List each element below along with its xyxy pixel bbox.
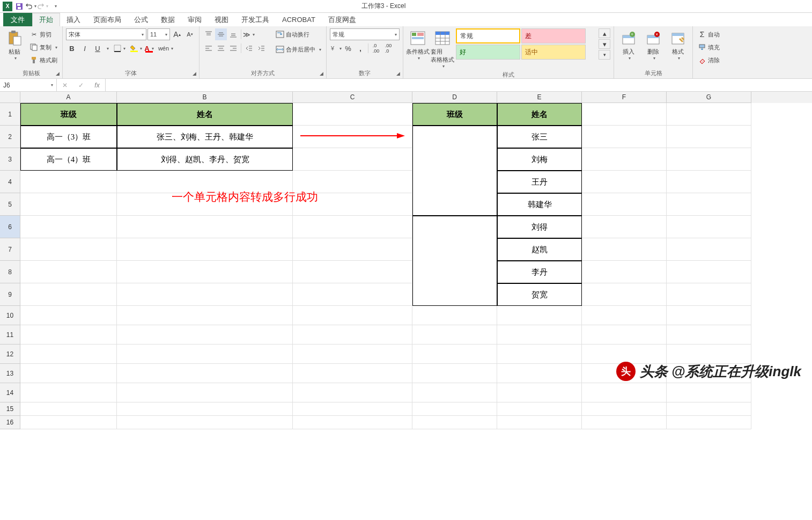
col-header-B[interactable]: B (117, 92, 293, 103)
cell-E9[interactable]: 贺宽 (497, 283, 582, 306)
merge-center-button[interactable]: 合并后居中▾ (274, 43, 323, 55)
clipboard-launcher[interactable]: ◢ (54, 70, 61, 77)
cell-F1[interactable] (582, 103, 667, 126)
copy-button[interactable]: 复制▾ (28, 41, 59, 53)
cell-E5[interactable]: 韩建华 (497, 193, 582, 216)
cell-B2[interactable]: 张三、刘梅、王丹、韩建华 (117, 126, 293, 148)
cell-G12[interactable] (667, 345, 751, 364)
row-header-4[interactable]: 4 (0, 171, 20, 193)
cell-D13[interactable] (412, 364, 497, 383)
cell-E4[interactable]: 王丹 (497, 171, 582, 193)
cell-E2[interactable]: 张三 (497, 126, 582, 148)
style-good[interactable]: 好 (456, 45, 520, 60)
font-name-combo[interactable]: 宋体▾ (66, 28, 146, 40)
cell-A8[interactable] (20, 261, 117, 283)
cell-B6[interactable] (117, 216, 293, 238)
cell-F14[interactable] (582, 383, 667, 402)
cell-C9[interactable] (293, 283, 412, 306)
cell-E15[interactable] (497, 402, 582, 416)
cell-styles-gallery[interactable]: 常规 差 好 适中 (456, 28, 595, 60)
cell-A16[interactable] (20, 416, 117, 429)
alignment-launcher[interactable]: ◢ (318, 70, 325, 77)
cell-B15[interactable] (117, 402, 293, 416)
cell-F5[interactable] (582, 193, 667, 216)
row-header-16[interactable]: 16 (0, 416, 20, 429)
fill-button[interactable]: 填充 (696, 41, 721, 53)
cell-E3[interactable]: 刘梅 (497, 148, 582, 171)
confirm-edit-icon[interactable]: ✓ (73, 82, 89, 89)
format-cells-button[interactable]: 格式▾ (667, 28, 689, 62)
col-header-C[interactable]: C (293, 92, 412, 103)
cell-A11[interactable] (20, 325, 117, 345)
insert-cells-button[interactable]: +插入▾ (617, 28, 640, 62)
row-header-11[interactable]: 11 (0, 325, 20, 345)
style-normal[interactable]: 常规 (456, 28, 520, 43)
decrease-font-icon[interactable]: A▾ (184, 28, 196, 40)
align-top-icon[interactable] (203, 28, 215, 40)
cell-D5[interactable] (412, 193, 497, 216)
cell-F2[interactable] (582, 126, 667, 148)
tab-baidu[interactable]: 百度网盘 (322, 13, 363, 26)
qat-customize-icon[interactable]: ▾ (49, 1, 60, 12)
format-as-table-button[interactable]: 套用 表格格式▾ (431, 28, 454, 70)
style-scroll-down-icon[interactable]: ▾ (599, 39, 610, 49)
conditional-format-button[interactable]: 条件格式▾ (407, 28, 429, 62)
row-header-5[interactable]: 5 (0, 193, 20, 216)
redo-icon[interactable]: ▾ (38, 1, 48, 12)
cell-D9[interactable] (412, 283, 497, 306)
row-header-8[interactable]: 8 (0, 261, 20, 283)
percent-format-icon[interactable]: % (342, 42, 354, 54)
increase-indent-icon[interactable] (255, 42, 267, 54)
cut-button[interactable]: ✂剪切 (28, 28, 59, 40)
col-header-D[interactable]: D (412, 92, 497, 103)
font-size-combo[interactable]: 11▾ (147, 28, 170, 40)
tab-view[interactable]: 视图 (208, 13, 235, 26)
cell-E12[interactable] (497, 345, 582, 364)
cell-F9[interactable] (582, 283, 667, 306)
cell-B11[interactable] (117, 325, 293, 345)
cell-A9[interactable] (20, 283, 117, 306)
row-header-14[interactable]: 14 (0, 383, 20, 402)
cell-G4[interactable] (667, 171, 751, 193)
cell-F10[interactable] (582, 306, 667, 325)
cell-G5[interactable] (667, 193, 751, 216)
fx-icon[interactable]: fx (89, 82, 105, 89)
col-header-E[interactable]: E (497, 92, 582, 103)
autosum-button[interactable]: Σ自动 (696, 28, 721, 40)
cell-E13[interactable] (497, 364, 582, 383)
cell-E14[interactable] (497, 383, 582, 402)
cell-D12[interactable] (412, 345, 497, 364)
row-header-2[interactable]: 2 (0, 126, 20, 148)
number-launcher[interactable]: ◢ (394, 70, 402, 77)
cell-A3[interactable]: 高一（4）班 (20, 148, 117, 171)
cell-B14[interactable] (117, 383, 293, 402)
tab-page-layout[interactable]: 页面布局 (87, 13, 128, 26)
cell-C14[interactable] (293, 383, 412, 402)
align-center-icon[interactable] (215, 42, 227, 54)
cell-D11[interactable] (412, 325, 497, 345)
cell-C16[interactable] (293, 416, 412, 429)
cell-C7[interactable] (293, 238, 412, 261)
cell-C1[interactable] (293, 103, 412, 126)
undo-icon[interactable]: ▾ (26, 1, 36, 12)
cell-E10[interactable] (497, 306, 582, 325)
cell-G3[interactable] (667, 148, 751, 171)
row-header-1[interactable]: 1 (0, 103, 20, 126)
phonetic-button[interactable]: wén▾ (160, 42, 172, 54)
cell-C10[interactable] (293, 306, 412, 325)
cell-G16[interactable] (667, 416, 751, 429)
wrap-text-button[interactable]: 自动换行 (274, 28, 323, 40)
col-header-A[interactable]: A (20, 92, 117, 103)
cell-F16[interactable] (582, 416, 667, 429)
cell-F6[interactable] (582, 216, 667, 238)
cell-A14[interactable] (20, 383, 117, 402)
cell-D2[interactable]: 高一（3）班 (412, 126, 497, 148)
cell-B1[interactable]: 姓名 (117, 103, 293, 126)
clear-button[interactable]: 清除 (696, 54, 721, 66)
cell-C3[interactable] (293, 148, 412, 171)
cell-F11[interactable] (582, 325, 667, 345)
cell-F8[interactable] (582, 261, 667, 283)
cell-D14[interactable] (412, 383, 497, 402)
row-header-6[interactable]: 6 (0, 216, 20, 238)
cancel-edit-icon[interactable]: ✕ (57, 82, 73, 89)
